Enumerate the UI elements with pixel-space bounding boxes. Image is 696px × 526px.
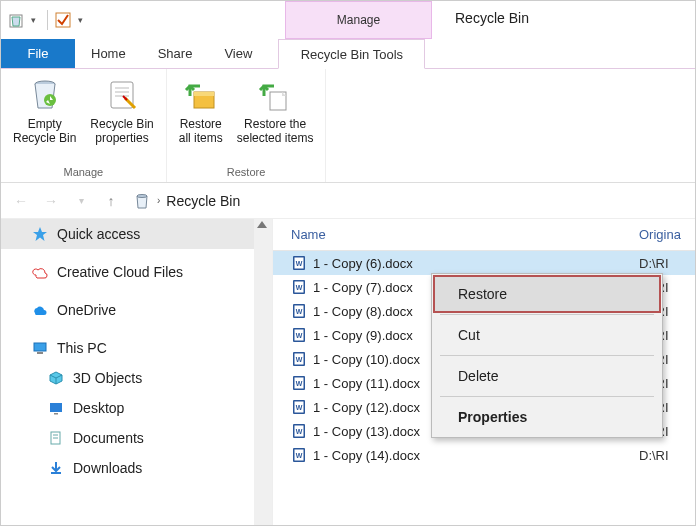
ribbon-group-label: Restore xyxy=(227,164,266,180)
cube-icon xyxy=(47,369,65,387)
nav-onedrive[interactable]: OneDrive xyxy=(1,295,272,325)
word-doc-icon: W xyxy=(291,327,307,343)
qat-dropdown-2-icon[interactable]: ▾ xyxy=(78,15,88,25)
svg-text:W: W xyxy=(296,308,303,315)
tab-file[interactable]: File xyxy=(1,39,75,68)
ribbon-btn-label: Recycle Bin xyxy=(90,117,153,131)
nav-creative-cloud[interactable]: Creative Cloud Files xyxy=(1,257,272,287)
file-name: 1 - Copy (8).docx xyxy=(313,304,413,319)
nav-label: OneDrive xyxy=(57,302,116,318)
ribbon-btn-label: properties xyxy=(95,131,148,145)
properties-icon xyxy=(104,77,140,113)
ribbon-group-restore: Restore all items Restore the selected i… xyxy=(167,69,327,182)
chevron-right-icon[interactable]: › xyxy=(157,195,160,206)
word-doc-icon: W xyxy=(291,447,307,463)
ribbon-btn-label: selected items xyxy=(237,131,314,145)
ribbon-group-manage: Empty Recycle Bin Recycle Bin properties… xyxy=(1,69,167,182)
breadcrumb-location[interactable]: Recycle Bin xyxy=(166,193,240,209)
file-name: 1 - Copy (10).docx xyxy=(313,352,420,367)
onedrive-icon xyxy=(31,301,49,319)
up-button[interactable]: ↑ xyxy=(99,189,123,213)
word-doc-icon: W xyxy=(291,351,307,367)
nav-label: 3D Objects xyxy=(73,370,142,386)
svg-text:W: W xyxy=(296,428,303,435)
ctx-properties[interactable]: Properties xyxy=(434,399,660,435)
tab-share[interactable]: Share xyxy=(142,39,209,68)
qat-dropdown-icon[interactable]: ▾ xyxy=(31,15,41,25)
navigation-pane: Quick access Creative Cloud Files OneDri… xyxy=(1,219,273,526)
nav-label: Quick access xyxy=(57,226,140,242)
word-doc-icon: W xyxy=(291,375,307,391)
recycle-bin-empty-icon xyxy=(27,77,63,113)
restore-selected-button[interactable]: Restore the selected items xyxy=(233,73,318,148)
column-name-header[interactable]: Name xyxy=(273,227,639,242)
nav-3d-objects[interactable]: 3D Objects xyxy=(1,363,272,393)
nav-desktop[interactable]: Desktop xyxy=(1,393,272,423)
ctx-restore[interactable]: Restore xyxy=(434,276,660,312)
word-doc-icon: W xyxy=(291,423,307,439)
nav-label: Creative Cloud Files xyxy=(57,264,183,280)
file-name: 1 - Copy (12).docx xyxy=(313,400,420,415)
documents-icon xyxy=(47,429,65,447)
tabs-row: File Home Share View Recycle Bin Tools xyxy=(1,39,695,69)
this-pc-icon xyxy=(31,339,49,357)
svg-text:W: W xyxy=(296,404,303,411)
file-name: 1 - Copy (6).docx xyxy=(313,256,413,271)
qat-separator xyxy=(47,10,48,30)
nav-documents[interactable]: Documents xyxy=(1,423,272,453)
file-original-location: D:\RI xyxy=(639,256,695,271)
svg-text:W: W xyxy=(296,452,303,459)
nav-label: Documents xyxy=(73,430,144,446)
forward-button[interactable]: → xyxy=(39,189,63,213)
recycle-bin-icon xyxy=(133,192,151,210)
file-name: 1 - Copy (13).docx xyxy=(313,424,420,439)
svg-rect-14 xyxy=(37,352,43,354)
ctx-cut[interactable]: Cut xyxy=(434,317,660,353)
file-name: 1 - Copy (7).docx xyxy=(313,280,413,295)
svg-rect-15 xyxy=(50,403,62,412)
ctx-separator xyxy=(440,396,654,397)
breadcrumb[interactable]: › Recycle Bin xyxy=(129,188,687,214)
word-doc-icon: W xyxy=(291,279,307,295)
quick-access-toolbar: ▾ ▾ xyxy=(1,10,88,30)
window-title: Recycle Bin xyxy=(455,10,529,26)
nav-scrollbar[interactable] xyxy=(254,219,272,526)
column-original-header[interactable]: Origina xyxy=(639,227,695,242)
file-name: 1 - Copy (11).docx xyxy=(313,376,420,391)
nav-label: Downloads xyxy=(73,460,142,476)
file-original-location: D:\RI xyxy=(639,448,695,463)
file-row[interactable]: W1 - Copy (6).docxD:\RI xyxy=(273,251,695,275)
svg-text:W: W xyxy=(296,260,303,267)
restore-all-icon xyxy=(183,77,219,113)
ribbon: Empty Recycle Bin Recycle Bin properties… xyxy=(1,69,695,183)
tab-view[interactable]: View xyxy=(208,39,268,68)
file-name: 1 - Copy (9).docx xyxy=(313,328,413,343)
restore-all-button[interactable]: Restore all items xyxy=(175,73,227,148)
svg-text:W: W xyxy=(296,332,303,339)
back-button[interactable]: ← xyxy=(9,189,33,213)
file-row[interactable]: W1 - Copy (14).docxD:\RI xyxy=(273,443,695,467)
empty-recycle-bin-button[interactable]: Empty Recycle Bin xyxy=(9,73,80,148)
restore-selected-icon xyxy=(257,77,293,113)
file-name: 1 - Copy (14).docx xyxy=(313,448,420,463)
ribbon-btn-label: Recycle Bin xyxy=(13,131,76,145)
nav-downloads[interactable]: Downloads xyxy=(1,453,272,483)
checkbox-icon[interactable] xyxy=(54,11,72,29)
nav-quick-access[interactable]: Quick access xyxy=(1,219,272,249)
nav-this-pc[interactable]: This PC xyxy=(1,333,272,363)
ribbon-group-label: Manage xyxy=(63,164,103,180)
star-icon xyxy=(31,225,49,243)
ribbon-btn-label: Restore xyxy=(180,117,222,131)
word-doc-icon: W xyxy=(291,303,307,319)
svg-point-11 xyxy=(137,194,147,197)
titlebar: ▾ ▾ Manage Recycle Bin xyxy=(1,1,695,39)
tab-home[interactable]: Home xyxy=(75,39,142,68)
ctx-separator xyxy=(440,355,654,356)
ctx-delete[interactable]: Delete xyxy=(434,358,660,394)
recycle-bin-properties-button[interactable]: Recycle Bin properties xyxy=(86,73,157,148)
nav-label: Desktop xyxy=(73,400,124,416)
recent-dropdown[interactable]: ▾ xyxy=(69,189,93,213)
svg-text:W: W xyxy=(296,284,303,291)
tab-recycle-bin-tools[interactable]: Recycle Bin Tools xyxy=(278,39,425,69)
desktop-icon xyxy=(47,399,65,417)
